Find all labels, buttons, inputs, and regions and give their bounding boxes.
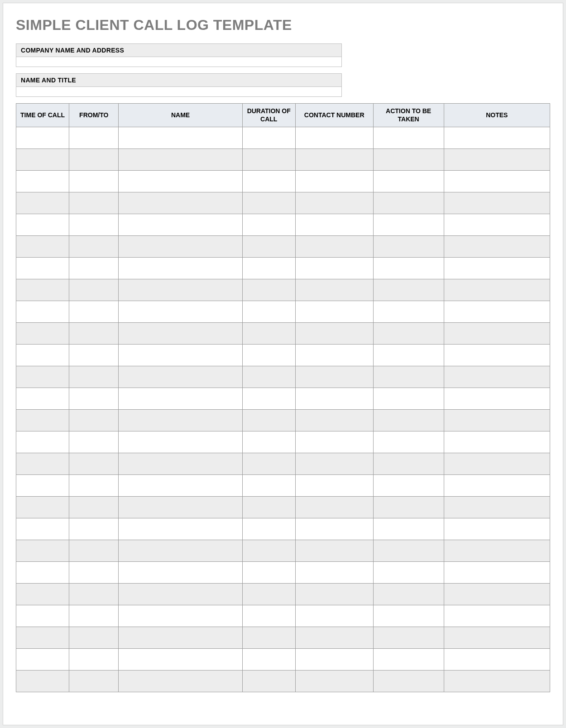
- table-cell[interactable]: [373, 366, 444, 388]
- table-cell[interactable]: [119, 345, 242, 366]
- table-cell[interactable]: [444, 671, 550, 692]
- table-cell[interactable]: [444, 388, 550, 410]
- table-cell[interactable]: [69, 345, 119, 366]
- table-cell[interactable]: [373, 258, 444, 279]
- table-cell[interactable]: [444, 192, 550, 214]
- table-cell[interactable]: [16, 584, 69, 605]
- table-cell[interactable]: [242, 127, 295, 149]
- table-cell[interactable]: [69, 431, 119, 453]
- table-cell[interactable]: [242, 410, 295, 431]
- table-cell[interactable]: [242, 323, 295, 345]
- table-cell[interactable]: [242, 605, 295, 627]
- table-cell[interactable]: [242, 453, 295, 475]
- table-cell[interactable]: [242, 431, 295, 453]
- table-cell[interactable]: [16, 540, 69, 562]
- table-cell[interactable]: [295, 540, 373, 562]
- table-cell[interactable]: [444, 475, 550, 497]
- table-cell[interactable]: [69, 301, 119, 323]
- table-cell[interactable]: [69, 453, 119, 475]
- table-cell[interactable]: [373, 605, 444, 627]
- table-cell[interactable]: [295, 475, 373, 497]
- table-cell[interactable]: [119, 453, 242, 475]
- table-cell[interactable]: [242, 627, 295, 649]
- table-cell[interactable]: [444, 605, 550, 627]
- table-cell[interactable]: [295, 453, 373, 475]
- table-cell[interactable]: [373, 388, 444, 410]
- table-cell[interactable]: [373, 671, 444, 692]
- table-cell[interactable]: [295, 323, 373, 345]
- table-cell[interactable]: [119, 236, 242, 258]
- table-cell[interactable]: [295, 627, 373, 649]
- table-cell[interactable]: [119, 127, 242, 149]
- table-cell[interactable]: [119, 149, 242, 171]
- table-cell[interactable]: [16, 649, 69, 671]
- table-cell[interactable]: [242, 518, 295, 540]
- table-cell[interactable]: [242, 236, 295, 258]
- table-cell[interactable]: [16, 279, 69, 301]
- table-cell[interactable]: [444, 366, 550, 388]
- table-cell[interactable]: [119, 540, 242, 562]
- table-cell[interactable]: [69, 671, 119, 692]
- table-cell[interactable]: [69, 279, 119, 301]
- table-cell[interactable]: [444, 627, 550, 649]
- table-cell[interactable]: [373, 518, 444, 540]
- table-cell[interactable]: [295, 562, 373, 584]
- table-cell[interactable]: [444, 171, 550, 192]
- table-cell[interactable]: [69, 388, 119, 410]
- table-cell[interactable]: [16, 366, 69, 388]
- table-cell[interactable]: [16, 453, 69, 475]
- table-cell[interactable]: [373, 562, 444, 584]
- table-cell[interactable]: [373, 475, 444, 497]
- table-cell[interactable]: [295, 171, 373, 192]
- table-cell[interactable]: [119, 431, 242, 453]
- table-cell[interactable]: [373, 540, 444, 562]
- table-cell[interactable]: [444, 562, 550, 584]
- table-cell[interactable]: [242, 366, 295, 388]
- table-cell[interactable]: [444, 258, 550, 279]
- table-cell[interactable]: [242, 649, 295, 671]
- table-cell[interactable]: [16, 627, 69, 649]
- table-cell[interactable]: [295, 301, 373, 323]
- table-cell[interactable]: [16, 127, 69, 149]
- table-cell[interactable]: [16, 345, 69, 366]
- table-cell[interactable]: [119, 671, 242, 692]
- table-cell[interactable]: [119, 258, 242, 279]
- table-cell[interactable]: [119, 584, 242, 605]
- table-cell[interactable]: [69, 127, 119, 149]
- table-cell[interactable]: [69, 192, 119, 214]
- table-cell[interactable]: [444, 497, 550, 518]
- table-cell[interactable]: [295, 497, 373, 518]
- table-cell[interactable]: [69, 236, 119, 258]
- table-cell[interactable]: [242, 279, 295, 301]
- table-cell[interactable]: [69, 214, 119, 236]
- table-cell[interactable]: [119, 192, 242, 214]
- table-cell[interactable]: [373, 627, 444, 649]
- table-cell[interactable]: [16, 475, 69, 497]
- table-cell[interactable]: [16, 236, 69, 258]
- table-cell[interactable]: [373, 453, 444, 475]
- table-cell[interactable]: [373, 584, 444, 605]
- table-cell[interactable]: [444, 431, 550, 453]
- table-cell[interactable]: [242, 192, 295, 214]
- table-cell[interactable]: [119, 562, 242, 584]
- table-cell[interactable]: [242, 540, 295, 562]
- table-cell[interactable]: [295, 671, 373, 692]
- table-cell[interactable]: [16, 388, 69, 410]
- table-cell[interactable]: [295, 258, 373, 279]
- table-cell[interactable]: [444, 279, 550, 301]
- table-cell[interactable]: [69, 410, 119, 431]
- table-cell[interactable]: [444, 518, 550, 540]
- table-cell[interactable]: [373, 149, 444, 171]
- table-cell[interactable]: [373, 279, 444, 301]
- table-cell[interactable]: [373, 431, 444, 453]
- table-cell[interactable]: [69, 627, 119, 649]
- table-cell[interactable]: [295, 127, 373, 149]
- table-cell[interactable]: [444, 149, 550, 171]
- table-cell[interactable]: [16, 171, 69, 192]
- table-cell[interactable]: [119, 279, 242, 301]
- table-cell[interactable]: [242, 388, 295, 410]
- table-cell[interactable]: [69, 149, 119, 171]
- table-cell[interactable]: [295, 345, 373, 366]
- table-cell[interactable]: [295, 366, 373, 388]
- table-cell[interactable]: [444, 410, 550, 431]
